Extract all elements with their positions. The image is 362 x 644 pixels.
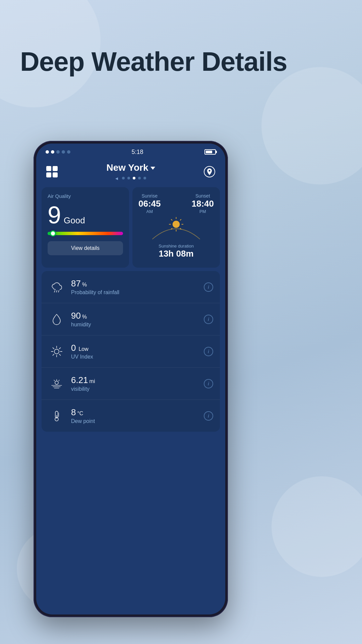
city-label: New York [106, 162, 148, 173]
svg-point-1 [173, 221, 180, 228]
dropdown-arrow-icon [150, 167, 155, 170]
humidity-unit: % [82, 314, 87, 320]
page-dot-4 [138, 177, 141, 179]
svg-line-20 [59, 347, 61, 349]
humidity-info: 90% humidity [71, 311, 204, 328]
visibility-info-button[interactable]: i [204, 379, 213, 388]
detail-card: 87% Probability of rainfall i [42, 271, 220, 432]
phone-mockup: 5:18 New York ◂ [34, 141, 228, 617]
air-quality-title: Air Quality [48, 193, 123, 199]
aq-number: 9 [48, 203, 61, 227]
aq-value-row: 9 Good [48, 203, 123, 227]
visibility-number: 6.21 [71, 375, 88, 385]
svg-line-7 [180, 219, 181, 221]
dot-1 [46, 150, 49, 154]
rainfall-number: 87 [71, 278, 81, 289]
visibility-info: 6.21 mi visibility [71, 375, 204, 392]
page-title: Deep Weather Details [20, 47, 287, 76]
svg-point-25 [55, 381, 58, 384]
svg-line-6 [171, 219, 172, 221]
visibility-row: 6.21 mi visibility i [42, 368, 220, 400]
air-quality-card: Air Quality 9 Good View details [42, 187, 129, 268]
humidity-value: 90% [71, 311, 204, 321]
humidity-name: humidity [71, 322, 204, 328]
bg-decoration-2 [261, 67, 362, 184]
humidity-row: 90% humidity i [42, 303, 220, 335]
svg-line-28 [54, 380, 55, 381]
dew-point-value: 8°C [71, 407, 204, 418]
sun-times: Sunrise 06:45 AM Sunset 18:40 PM [138, 193, 214, 214]
svg-line-19 [59, 354, 61, 356]
page-dot-2 [127, 177, 130, 179]
battery-fill [206, 151, 213, 153]
city-name: New York [106, 162, 155, 173]
aq-thumb [50, 230, 56, 236]
dew-point-row: 8°C Dew point i [42, 400, 220, 432]
status-time: 5:18 [131, 149, 143, 156]
svg-line-21 [53, 354, 54, 356]
rainfall-row: 87% Probability of rainfall i [42, 271, 220, 303]
dot-4 [62, 150, 65, 154]
dew-point-unit: °C [77, 411, 83, 417]
visibility-value: 6.21 mi [71, 375, 204, 385]
sunset-label: Sunset [192, 193, 214, 199]
svg-line-11 [56, 290, 57, 292]
sunset-ampm: PM [192, 209, 214, 214]
rainfall-value: 87% [71, 278, 204, 289]
svg-line-10 [54, 290, 55, 292]
sunrise-col: Sunrise 06:45 AM [138, 193, 161, 214]
visibility-unit: mi [89, 378, 95, 384]
dew-point-name: Dew point [71, 418, 204, 424]
rainfall-info-button[interactable]: i [204, 282, 213, 292]
uv-number: 0 [71, 343, 76, 353]
svg-line-27 [59, 380, 59, 381]
sunrise-time: 06:45 [138, 199, 161, 209]
dew-point-icon [48, 408, 65, 424]
uv-info: 0 Low UV Index [71, 343, 204, 360]
humidity-icon [48, 311, 65, 328]
rainfall-info: 87% Probability of rainfall [71, 278, 204, 296]
uv-value: 0 Low [71, 343, 204, 353]
battery-icon [204, 149, 216, 155]
humidity-info-button[interactable]: i [204, 315, 213, 324]
location-icon[interactable] [204, 166, 215, 177]
sunrise-label: Sunrise [138, 193, 161, 199]
rain-cloud-icon [48, 279, 65, 296]
dew-point-number: 8 [71, 407, 76, 418]
visibility-name: visibility [71, 386, 204, 392]
uv-qualifier: Low [78, 346, 88, 352]
dew-point-info: 8°C Dew point [71, 407, 204, 424]
phone-screen: 5:18 New York ◂ [36, 144, 225, 614]
sunset-time: 18:40 [192, 199, 214, 209]
signal-dots [46, 150, 70, 154]
sunrise-ampm: AM [138, 209, 161, 214]
page-indicator: ◂ [115, 175, 146, 181]
svg-point-0 [208, 170, 210, 172]
phone-content: Air Quality 9 Good View details Sunrise [36, 183, 225, 436]
aq-slider [48, 232, 123, 235]
menu-icon[interactable] [46, 166, 58, 177]
rainfall-unit: % [82, 282, 87, 288]
uv-name: UV Index [71, 354, 204, 360]
city-selector[interactable]: New York ◂ [106, 162, 155, 181]
sun-arc [138, 215, 214, 242]
dot-3 [56, 150, 60, 154]
nav-arrow-icon: ◂ [115, 175, 118, 181]
humidity-number: 90 [71, 311, 81, 321]
svg-line-12 [58, 290, 59, 292]
nav-bar: New York ◂ [36, 160, 225, 183]
dot-2 [51, 150, 54, 154]
uv-info-button[interactable]: i [204, 347, 213, 356]
svg-point-13 [54, 349, 59, 354]
page-dot-3 [133, 177, 135, 179]
uv-icon [48, 343, 65, 360]
dew-point-info-button[interactable]: i [204, 411, 213, 421]
page-dot-1 [122, 177, 125, 179]
sunshine-value: 13h 08m [138, 249, 214, 259]
bg-decoration-3 [272, 476, 362, 577]
view-details-button[interactable]: View details [48, 241, 123, 255]
sunshine-duration: Sunshine duration 13h 08m [138, 244, 214, 259]
uv-row: 0 Low UV Index i [42, 335, 220, 368]
page-dot-5 [143, 177, 146, 179]
sunset-col: Sunset 18:40 PM [192, 193, 214, 214]
